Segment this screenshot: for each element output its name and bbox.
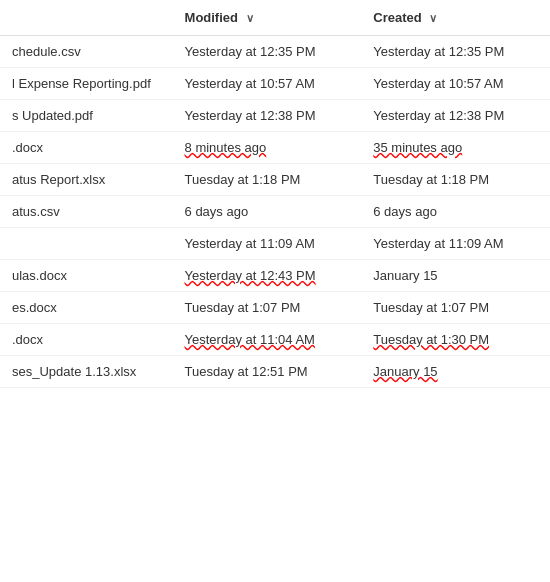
file-name: .docx: [0, 324, 173, 356]
created-date: Tuesday at 1:30 PM: [361, 324, 550, 356]
modified-date: 6 days ago: [173, 196, 362, 228]
file-list-table: Modified ∨ Created ∨ chedule.csvYesterda…: [0, 0, 550, 388]
created-column-header[interactable]: Created ∨: [361, 0, 550, 36]
modified-date: Tuesday at 12:51 PM: [173, 356, 362, 388]
table-row[interactable]: atus Report.xlsxTuesday at 1:18 PMTuesda…: [0, 164, 550, 196]
modified-date: Yesterday at 12:43 PM: [173, 260, 362, 292]
modified-date: Tuesday at 1:07 PM: [173, 292, 362, 324]
table-row[interactable]: atus.csv6 days ago6 days ago: [0, 196, 550, 228]
modified-date: Yesterday at 10:57 AM: [173, 68, 362, 100]
created-date: January 15: [361, 260, 550, 292]
table-row[interactable]: l Expense Reporting.pdfYesterday at 10:5…: [0, 68, 550, 100]
file-name: s Updated.pdf: [0, 100, 173, 132]
table-row[interactable]: es.docxTuesday at 1:07 PMTuesday at 1:07…: [0, 292, 550, 324]
table-row[interactable]: ses_Update 1.13.xlsxTuesday at 12:51 PMJ…: [0, 356, 550, 388]
modified-label: Modified: [185, 10, 238, 25]
created-date: Tuesday at 1:18 PM: [361, 164, 550, 196]
modified-column-header[interactable]: Modified ∨: [173, 0, 362, 36]
created-date: Yesterday at 12:38 PM: [361, 100, 550, 132]
created-label: Created: [373, 10, 421, 25]
file-name: .docx: [0, 132, 173, 164]
modified-sort-icon: ∨: [246, 12, 254, 25]
created-date: 6 days ago: [361, 196, 550, 228]
modified-date: Yesterday at 11:09 AM: [173, 228, 362, 260]
file-name: atus Report.xlsx: [0, 164, 173, 196]
table-row[interactable]: .docx8 minutes ago35 minutes ago: [0, 132, 550, 164]
created-sort-icon: ∨: [429, 12, 437, 25]
file-name: [0, 228, 173, 260]
modified-date: Yesterday at 12:35 PM: [173, 36, 362, 68]
table-row[interactable]: chedule.csvYesterday at 12:35 PMYesterda…: [0, 36, 550, 68]
created-date: Yesterday at 12:35 PM: [361, 36, 550, 68]
table-row[interactable]: s Updated.pdfYesterday at 12:38 PMYester…: [0, 100, 550, 132]
created-date: Yesterday at 11:09 AM: [361, 228, 550, 260]
created-date: Tuesday at 1:07 PM: [361, 292, 550, 324]
table-row[interactable]: Yesterday at 11:09 AMYesterday at 11:09 …: [0, 228, 550, 260]
table-row[interactable]: ulas.docxYesterday at 12:43 PMJanuary 15: [0, 260, 550, 292]
file-name: es.docx: [0, 292, 173, 324]
created-date: 35 minutes ago: [361, 132, 550, 164]
file-name: atus.csv: [0, 196, 173, 228]
file-name: ses_Update 1.13.xlsx: [0, 356, 173, 388]
created-date: January 15: [361, 356, 550, 388]
modified-date: Tuesday at 1:18 PM: [173, 164, 362, 196]
file-name: ulas.docx: [0, 260, 173, 292]
modified-date: 8 minutes ago: [173, 132, 362, 164]
table-row[interactable]: .docxYesterday at 11:04 AMTuesday at 1:3…: [0, 324, 550, 356]
modified-date: Yesterday at 12:38 PM: [173, 100, 362, 132]
file-name: chedule.csv: [0, 36, 173, 68]
file-name: l Expense Reporting.pdf: [0, 68, 173, 100]
modified-date: Yesterday at 11:04 AM: [173, 324, 362, 356]
name-column-header: [0, 0, 173, 36]
created-date: Yesterday at 10:57 AM: [361, 68, 550, 100]
